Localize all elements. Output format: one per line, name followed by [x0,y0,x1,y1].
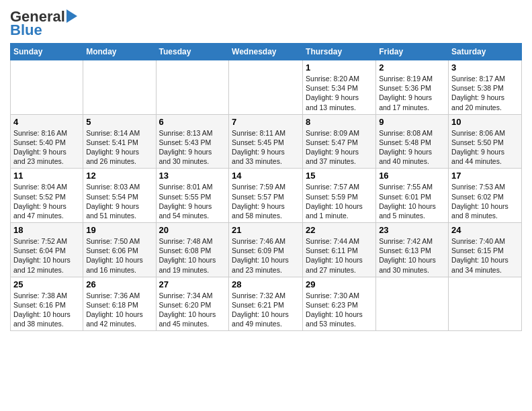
day-number: 3 [451,62,519,73]
day-number: 14 [232,171,300,181]
day-cell: 11Sunrise: 8:04 AMSunset: 5:52 PMDayligh… [11,169,83,223]
day-info: Sunrise: 8:11 AMSunset: 5:45 PMDaylight:… [232,128,300,167]
day-cell: 27Sunrise: 7:34 AMSunset: 6:20 PMDayligh… [156,277,229,331]
day-number: 4 [13,117,80,127]
day-number: 13 [159,171,226,181]
day-info: Sunrise: 7:40 AMSunset: 6:15 PMDaylight:… [451,236,519,275]
day-cell: 28Sunrise: 7:32 AMSunset: 6:21 PMDayligh… [229,277,303,331]
day-number: 26 [86,279,152,289]
day-cell: 17Sunrise: 7:53 AMSunset: 6:02 PMDayligh… [449,169,522,223]
day-cell: 13Sunrise: 8:01 AMSunset: 5:55 PMDayligh… [156,169,229,223]
day-cell: 12Sunrise: 8:03 AMSunset: 5:54 PMDayligh… [83,169,156,223]
day-info: Sunrise: 7:42 AMSunset: 6:13 PMDaylight:… [379,236,445,275]
day-info: Sunrise: 7:57 AMSunset: 5:59 PMDaylight:… [306,182,373,220]
day-info: Sunrise: 8:13 AMSunset: 5:43 PMDaylight:… [159,128,226,167]
day-number: 1 [306,62,373,73]
day-number: 12 [86,171,152,181]
day-number: 22 [306,225,373,235]
day-cell [449,277,522,331]
day-info: Sunrise: 7:52 AMSunset: 6:04 PMDaylight:… [13,236,80,275]
day-cell: 23Sunrise: 7:42 AMSunset: 6:13 PMDayligh… [376,223,449,277]
day-info: Sunrise: 7:55 AMSunset: 6:01 PMDaylight:… [379,182,445,220]
day-info: Sunrise: 8:01 AMSunset: 5:55 PMDaylight:… [159,182,226,220]
day-cell: 5Sunrise: 8:14 AMSunset: 5:41 PMDaylight… [83,114,156,169]
day-cell: 29Sunrise: 7:30 AMSunset: 6:23 PMDayligh… [303,277,376,331]
day-number: 5 [86,117,152,127]
week-row-2: 4Sunrise: 8:16 AMSunset: 5:40 PMDaylight… [11,114,522,169]
day-cell: 8Sunrise: 8:09 AMSunset: 5:47 PMDaylight… [303,114,376,169]
day-cell: 14Sunrise: 7:59 AMSunset: 5:57 PMDayligh… [229,169,303,223]
day-info: Sunrise: 8:09 AMSunset: 5:47 PMDaylight:… [306,128,373,167]
logo: General Blue [10,9,77,38]
day-cell [156,60,229,115]
day-cell: 21Sunrise: 7:46 AMSunset: 6:09 PMDayligh… [229,223,303,277]
day-number: 17 [451,171,519,181]
day-cell: 16Sunrise: 7:55 AMSunset: 6:01 PMDayligh… [376,169,449,223]
day-number: 29 [306,279,373,289]
col-header-thursday: Thursday [303,44,376,60]
week-row-4: 18Sunrise: 7:52 AMSunset: 6:04 PMDayligh… [11,223,522,277]
day-info: Sunrise: 7:53 AMSunset: 6:02 PMDaylight:… [451,182,519,220]
col-header-tuesday: Tuesday [156,44,229,60]
day-number: 16 [379,171,445,181]
day-cell: 24Sunrise: 7:40 AMSunset: 6:15 PMDayligh… [449,223,522,277]
day-number: 23 [379,225,445,235]
day-info: Sunrise: 7:44 AMSunset: 6:11 PMDaylight:… [306,236,373,275]
day-number: 7 [232,117,300,127]
day-number: 18 [13,225,80,235]
day-number: 2 [379,62,445,73]
days-header-row: SundayMondayTuesdayWednesdayThursdayFrid… [11,44,522,60]
col-header-wednesday: Wednesday [229,44,303,60]
day-number: 24 [451,225,519,235]
day-info: Sunrise: 8:08 AMSunset: 5:48 PMDaylight:… [379,128,445,167]
day-number: 10 [451,117,519,127]
day-number: 15 [306,171,373,181]
day-info: Sunrise: 8:06 AMSunset: 5:50 PMDaylight:… [451,128,519,167]
day-info: Sunrise: 8:20 AMSunset: 5:34 PMDaylight:… [306,74,373,112]
col-header-saturday: Saturday [449,44,522,60]
day-info: Sunrise: 8:16 AMSunset: 5:40 PMDaylight:… [13,128,80,167]
col-header-friday: Friday [376,44,449,60]
day-info: Sunrise: 7:32 AMSunset: 6:21 PMDaylight:… [232,291,300,329]
day-cell [229,60,303,115]
day-number: 19 [86,225,152,235]
day-cell: 7Sunrise: 8:11 AMSunset: 5:45 PMDaylight… [229,114,303,169]
day-cell [83,60,156,115]
week-row-5: 25Sunrise: 7:38 AMSunset: 6:16 PMDayligh… [11,277,522,331]
col-header-sunday: Sunday [11,44,83,60]
day-cell: 3Sunrise: 8:17 AMSunset: 5:38 PMDaylight… [449,60,522,115]
day-info: Sunrise: 8:04 AMSunset: 5:52 PMDaylight:… [13,182,80,220]
day-number: 27 [159,279,226,289]
day-cell [11,60,83,115]
day-number: 20 [159,225,226,235]
logo-arrow-icon [66,9,77,23]
week-row-3: 11Sunrise: 8:04 AMSunset: 5:52 PMDayligh… [11,169,522,223]
day-cell: 9Sunrise: 8:08 AMSunset: 5:48 PMDaylight… [376,114,449,169]
calendar-table: SundayMondayTuesdayWednesdayThursdayFrid… [10,43,522,331]
col-header-monday: Monday [83,44,156,60]
logo-text-blue: Blue [10,23,42,38]
day-info: Sunrise: 7:50 AMSunset: 6:06 PMDaylight:… [86,236,152,275]
day-info: Sunrise: 7:30 AMSunset: 6:23 PMDaylight:… [306,291,373,329]
day-info: Sunrise: 8:17 AMSunset: 5:38 PMDaylight:… [451,74,519,112]
day-info: Sunrise: 8:03 AMSunset: 5:54 PMDaylight:… [86,182,152,220]
day-cell: 1Sunrise: 8:20 AMSunset: 5:34 PMDaylight… [303,60,376,115]
day-info: Sunrise: 7:34 AMSunset: 6:20 PMDaylight:… [159,291,226,329]
day-info: Sunrise: 7:46 AMSunset: 6:09 PMDaylight:… [232,236,300,275]
day-cell: 2Sunrise: 8:19 AMSunset: 5:36 PMDaylight… [376,60,449,115]
day-info: Sunrise: 7:38 AMSunset: 6:16 PMDaylight:… [13,291,80,329]
day-info: Sunrise: 7:48 AMSunset: 6:08 PMDaylight:… [159,236,226,275]
day-number: 21 [232,225,300,235]
day-info: Sunrise: 7:59 AMSunset: 5:57 PMDaylight:… [232,182,300,220]
day-number: 28 [232,279,300,289]
day-cell: 20Sunrise: 7:48 AMSunset: 6:08 PMDayligh… [156,223,229,277]
day-cell [376,277,449,331]
day-cell: 22Sunrise: 7:44 AMSunset: 6:11 PMDayligh… [303,223,376,277]
day-cell: 6Sunrise: 8:13 AMSunset: 5:43 PMDaylight… [156,114,229,169]
day-info: Sunrise: 8:14 AMSunset: 5:41 PMDaylight:… [86,128,152,167]
day-number: 6 [159,117,226,127]
day-number: 25 [13,279,80,289]
page-header: General Blue [10,7,522,38]
day-cell: 19Sunrise: 7:50 AMSunset: 6:06 PMDayligh… [83,223,156,277]
day-number: 11 [13,171,80,181]
